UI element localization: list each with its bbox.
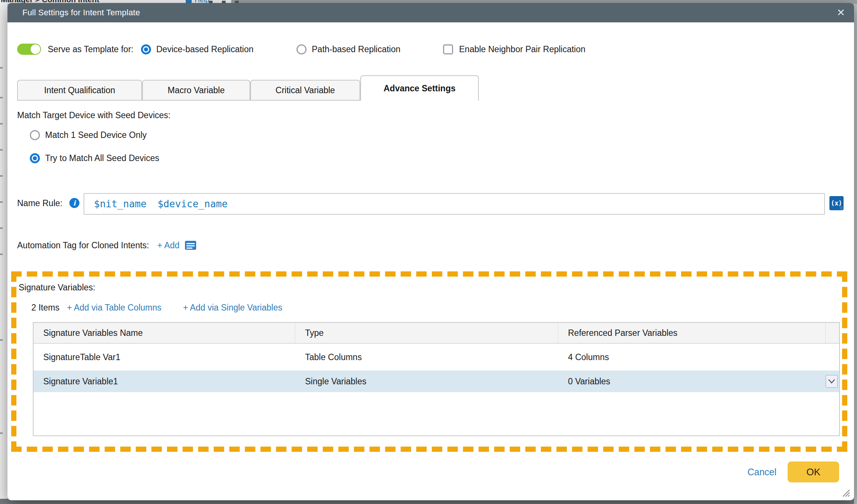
header-name: Signature Variables Name: [34, 323, 295, 343]
resize-grip-icon[interactable]: [841, 488, 850, 497]
signature-variables-label: Signature Variables:: [19, 283, 95, 293]
table-header-row: Signature Variables Name Type Referenced…: [34, 323, 839, 344]
radio-unselected-icon[interactable]: [30, 130, 40, 140]
insert-variable-icon[interactable]: (x) +: [829, 196, 844, 210]
path-replication-option[interactable]: Path-based Replication: [296, 42, 401, 57]
tag-list-icon[interactable]: [185, 240, 197, 250]
row-name: Signature Variable1: [34, 377, 295, 387]
dialog-title: Full Settings for Intent Template: [22, 8, 140, 18]
background-page-right-strip: [854, 4, 857, 504]
add-tag-link[interactable]: + Add: [157, 240, 179, 251]
background-page-left-strip: [0, 4, 7, 504]
chevron-down-icon: [828, 379, 835, 384]
automation-tag-row: Automation Tag for Cloned Intents: + Add: [17, 239, 197, 252]
add-via-single-variables-link[interactable]: + Add via Single Variables: [183, 303, 282, 313]
tab-intent-qualification[interactable]: Intent Qualification: [17, 80, 142, 101]
row-expand-button[interactable]: [826, 375, 838, 388]
tab-advance-settings[interactable]: Advance Settings: [360, 75, 479, 101]
radio-selected-icon[interactable]: [141, 44, 151, 54]
device-replication-option[interactable]: Device-based Replication: [141, 42, 254, 57]
header-type: Type: [295, 323, 558, 343]
row-type: Single Variables: [295, 377, 558, 387]
radio-selected-icon[interactable]: [30, 153, 40, 163]
full-settings-dialog: Full Settings for Intent Template ✕ Serv…: [7, 3, 854, 500]
signature-variables-section: Signature Variables: 2 Items + Add via T…: [11, 271, 847, 452]
items-count: 2 Items: [31, 303, 59, 313]
radio-unselected-icon[interactable]: [296, 44, 307, 54]
name-rule-label: Name Rule:: [17, 198, 62, 208]
plus-glyph: +: [840, 205, 843, 211]
automation-tag-label: Automation Tag for Cloned Intents:: [17, 240, 149, 251]
cancel-button[interactable]: Cancel: [747, 467, 776, 478]
info-icon[interactable]: i: [69, 198, 79, 208]
serve-template-toggle[interactable]: [17, 44, 41, 55]
serve-toggle-group: Serve as Template for:: [17, 42, 134, 57]
tab-macro-variable[interactable]: Macro Variable: [142, 80, 250, 101]
header-referenced: Referenced Parser Variables: [558, 323, 826, 343]
checkbox-icon[interactable]: [443, 44, 453, 54]
row-referenced: 4 Columns: [558, 352, 826, 362]
tab-critical-variable[interactable]: Critical Variable: [250, 80, 360, 101]
match-all-seed-label: Try to Match All Seed Devices: [45, 153, 159, 163]
signature-toolbar: 2 Items + Add via Table Columns + Add vi…: [31, 303, 282, 313]
path-replication-label: Path-based Replication: [312, 44, 401, 54]
neighbor-pair-option[interactable]: Enable Neighbor Pair Replication: [443, 42, 586, 57]
screen: Manager > Common Intent Help Full Settin…: [0, 0, 857, 504]
match-all-seed-option[interactable]: Try to Match All Seed Devices: [30, 153, 159, 163]
header-actions: [826, 323, 839, 343]
serve-template-label: Serve as Template for:: [48, 44, 134, 54]
device-replication-label: Device-based Replication: [156, 44, 254, 54]
neighbor-pair-label: Enable Neighbor Pair Replication: [459, 44, 586, 54]
match-one-seed-option[interactable]: Match 1 Seed Device Only: [30, 130, 147, 140]
row-type: Table Columns: [295, 352, 558, 362]
ok-button[interactable]: OK: [788, 462, 839, 482]
close-icon[interactable]: ✕: [836, 8, 845, 18]
match-section-label: Match Target Device with Seed Devices:: [17, 110, 170, 120]
row-referenced: 0 Variables: [558, 377, 826, 387]
table-row[interactable]: SignatureTable Var1 Table Columns 4 Colu…: [34, 344, 839, 371]
name-rule-input[interactable]: [84, 193, 825, 215]
row-name: SignatureTable Var1: [34, 352, 295, 362]
signature-variables-table: Signature Variables Name Type Referenced…: [33, 322, 840, 436]
match-one-seed-label: Match 1 Seed Device Only: [45, 130, 147, 140]
toggle-knob: [31, 44, 40, 54]
row-actions: [826, 375, 839, 388]
add-via-table-columns-link[interactable]: + Add via Table Columns: [67, 303, 161, 313]
table-row-selected[interactable]: Signature Variable1 Single Variables 0 V…: [34, 371, 839, 392]
dialog-titlebar: Full Settings for Intent Template ✕: [7, 3, 854, 22]
